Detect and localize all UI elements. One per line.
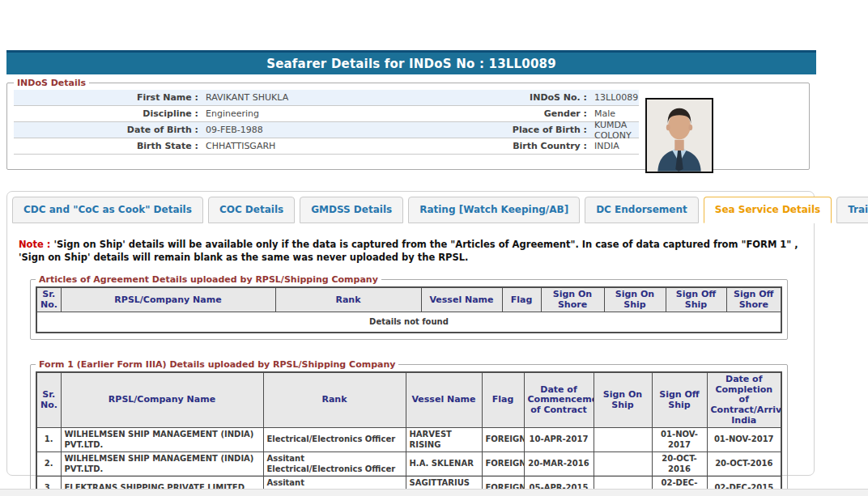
indos-detail-rows: First Name :RAVIKANT SHUKLAINDoS No. :13…: [14, 90, 639, 155]
table-cell-rpsl-company-name: WILHELMSEN SHIP MANAGEMENT (INDIA) PVT.L…: [61, 428, 263, 452]
table-cell-vessel-name: HARVEST RISING: [406, 428, 482, 452]
table-cell-sr-no: 1.: [36, 428, 61, 452]
details-not-found-message: Details not found: [36, 312, 781, 333]
column-header-sign-off-ship: Sign Off Ship: [652, 372, 707, 428]
tab-gmdss-details[interactable]: GMDSS Details: [300, 197, 403, 223]
form1-legend: Form 1 (Earlier Form IIIA) Details uploa…: [36, 359, 398, 370]
column-header-date-of-completion-of-contract-arriving-india: Date of Completion of Contract/Arriving …: [707, 372, 781, 428]
table-cell-date-of-completion-of-contract-arriving-india: 01-NOV-2017: [707, 428, 781, 452]
column-header-sign-on-ship: Sign On Ship: [604, 287, 666, 312]
column-header-vessel-name: Vessel Name: [421, 287, 502, 312]
field-label-place-of-birth: Place of Birth :: [457, 125, 587, 135]
tab-coc-details[interactable]: COC Details: [208, 197, 295, 223]
detail-row-first-name: First Name :RAVIKANT SHUKLAINDoS No. :13…: [14, 90, 639, 106]
articles-table: Sr. No.RPSL/Company NameRankVessel NameF…: [36, 286, 782, 333]
tab-bar: CDC and "CoC as Cook" DetailsCOC Details…: [12, 197, 809, 223]
table-header-row: Sr. No.RPSL/Company NameRankVessel NameF…: [36, 287, 781, 312]
note-text: Note : 'Sign on Ship' details will be av…: [19, 238, 802, 264]
form1-fieldset: Form 1 (Earlier Form IIIA) Details uploa…: [30, 359, 788, 496]
page-title: Seafarer Details for INDoS No : 13LL0089: [266, 57, 556, 71]
table-header-row: Sr. No.RPSL/Company NameRankVessel NameF…: [36, 372, 781, 428]
seafarer-photo: [645, 98, 713, 173]
column-header-date-of-commencement-of-contract: Date of Commencement of Contract: [524, 372, 594, 428]
column-header-sr-no: Sr. No.: [36, 372, 61, 428]
table-cell-rank: Assitant Electrical/Electronics Officer: [263, 452, 406, 477]
column-header-sr-no: Sr. No.: [36, 287, 61, 312]
articles-fieldset: Articles of Agreement Details uploaded b…: [30, 274, 788, 340]
column-header-sign-on-shore: Sign On Shore: [541, 287, 604, 312]
field-label-gender: Gender :: [457, 108, 587, 119]
indos-details-legend: INDoS Details: [14, 78, 89, 88]
empty-row: Details not found: [36, 312, 781, 333]
note-prefix: Note :: [19, 239, 50, 250]
field-label-birth-state: Birth State :: [14, 141, 198, 151]
field-label-first-name: First Name :: [14, 92, 198, 103]
table-cell-sign-off-ship: 01-NOV-2017: [652, 428, 707, 452]
table-cell-vessel-name: H.A. SKLENAR: [406, 452, 482, 477]
table-cell-rpsl-company-name: WILHELMSEN SHIP MANAGEMENT (INDIA) PVT.L…: [61, 452, 263, 477]
table-cell-sign-off-ship: 20-OCT-2016: [652, 452, 707, 477]
form1-table-head: Sr. No.RPSL/Company NameRankVessel NameF…: [36, 372, 781, 428]
tab-rating-watch-keeping-ab[interactable]: Rating [Watch Keeping/AB]: [408, 197, 580, 223]
tab-cdc-and-coc-as-cook-details[interactable]: CDC and "CoC as Cook" Details: [12, 197, 203, 223]
field-value-chhattisgarh: CHHATTISGARH: [198, 141, 457, 151]
detail-row-discipline: Discipline :EngineeringGender :Male: [14, 106, 639, 122]
table-cell-sign-on-ship: [594, 452, 652, 477]
articles-table-body: Details not found: [36, 312, 781, 333]
table-cell-rank: Electrical/Electronics Officer: [263, 428, 406, 452]
column-header-rpsl-company-name: RPSL/Company Name: [61, 372, 263, 428]
column-header-rank: Rank: [263, 372, 406, 428]
column-header-flag: Flag: [482, 372, 524, 428]
table-cell-flag: FOREIGN: [482, 428, 524, 452]
table-cell-sr-no: 2.: [36, 452, 61, 477]
tab-panel: CDC and "CoC as Cook" DetailsCOC Details…: [6, 191, 815, 476]
field-value-kumda-colony: KUMDA COLONY: [587, 120, 639, 141]
field-label-discipline: Discipline :: [14, 108, 198, 119]
column-header-rpsl-company-name: RPSL/Company Name: [61, 287, 275, 312]
table-cell-date-of-commencement-of-contract: 20-MAR-2016: [524, 452, 594, 477]
field-value-ravikant-shukla: RAVIKANT SHUKLA: [198, 92, 457, 103]
column-header-rank: Rank: [275, 287, 421, 312]
table-cell-date-of-completion-of-contract-arriving-india: 20-OCT-2016: [707, 452, 781, 477]
form1-table: Sr. No.RPSL/Company NameRankVessel NameF…: [36, 371, 782, 496]
table-cell-date-of-commencement-of-contract: 10-APR-2017: [524, 428, 594, 452]
table-row: 1.WILHELMSEN SHIP MANAGEMENT (INDIA) PVT…: [36, 428, 781, 452]
field-label-birth-country: Birth Country :: [457, 141, 587, 151]
field-value-13ll0089: 13LL0089: [587, 92, 639, 103]
table-cell-sign-on-ship: [594, 428, 652, 452]
column-header-flag: Flag: [502, 287, 541, 312]
column-header-sign-off-ship: Sign Off Ship: [666, 287, 726, 312]
field-value-engineering: Engineering: [198, 108, 457, 119]
detail-row-birth-state: Birth State :CHHATTISGARHBirth Country :…: [14, 138, 639, 155]
form1-table-body: 1.WILHELMSEN SHIP MANAGEMENT (INDIA) PVT…: [36, 428, 781, 496]
field-value-male: Male: [587, 108, 639, 119]
column-header-sign-off-shore: Sign Off Shore: [726, 287, 781, 312]
field-label-date-of-birth: Date of Birth :: [14, 125, 198, 135]
articles-table-head: Sr. No.RPSL/Company NameRankVessel NameF…: [36, 287, 781, 312]
footer-bar: [0, 489, 868, 496]
articles-legend: Articles of Agreement Details uploaded b…: [36, 274, 381, 285]
table-row: 2.WILHELMSEN SHIP MANAGEMENT (INDIA) PVT…: [36, 452, 781, 477]
field-label-indos-no: INDoS No. :: [457, 92, 587, 103]
column-header-sign-on-ship: Sign On Ship: [594, 372, 652, 428]
tab-sea-service-details[interactable]: Sea Service Details: [704, 197, 832, 223]
indos-details-fieldset: INDoS Details First Name :RAVIKANT SHUKL…: [6, 78, 810, 170]
tab-training-details[interactable]: Training Details: [836, 197, 868, 223]
seafarer-photo-image: [647, 100, 712, 172]
note-body: 'Sign on Ship' details will be available…: [19, 239, 798, 263]
table-cell-flag: FOREIGN: [482, 452, 524, 477]
title-bar: Seafarer Details for INDoS No : 13LL0089: [6, 50, 816, 74]
column-header-vessel-name: Vessel Name: [406, 372, 482, 428]
field-value-india: INDIA: [587, 141, 639, 151]
tab-dc-endorsement[interactable]: DC Endorsement: [585, 197, 699, 223]
field-value-09-feb-1988: 09-FEB-1988: [198, 125, 457, 135]
detail-row-date-of-birth: Date of Birth :09-FEB-1988Place of Birth…: [14, 122, 639, 138]
